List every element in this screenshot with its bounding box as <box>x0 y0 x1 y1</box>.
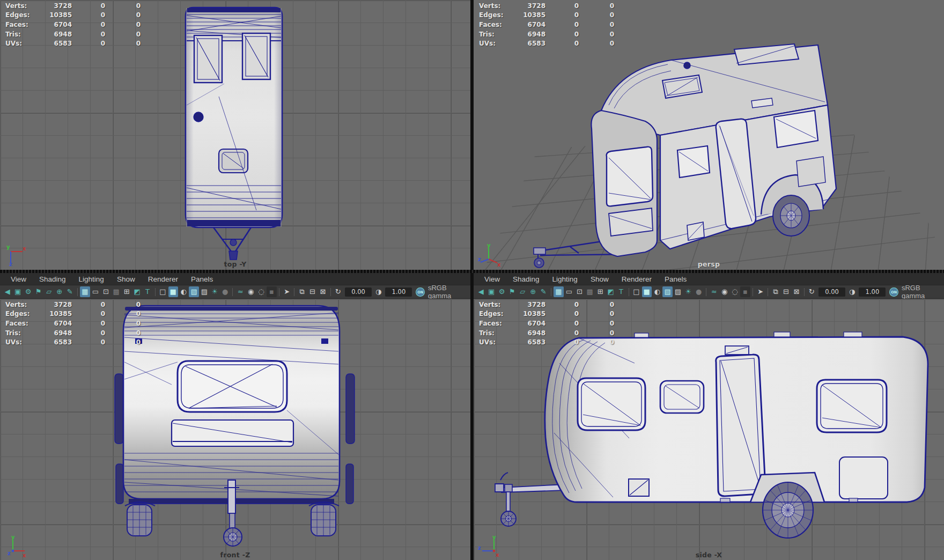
viewport-top[interactable]: Verts:372800 Edges:1038500 Faces:670400 … <box>0 0 470 270</box>
gamma-field[interactable]: 1.00 <box>385 288 412 297</box>
bookmark-icon[interactable]: ⚑ <box>34 286 43 297</box>
menu-view[interactable]: View <box>4 275 33 283</box>
exposure-cycle-icon[interactable]: ↻ <box>807 286 816 297</box>
camera-icon[interactable]: ◀ <box>476 286 486 297</box>
menu-lighting[interactable]: Lighting <box>546 275 584 283</box>
hud-value: 0 <box>72 11 105 19</box>
snapshot-icon[interactable]: ⊠ <box>318 286 328 297</box>
menu-panels[interactable]: Panels <box>658 275 693 283</box>
contrast-icon[interactable]: ◑ <box>374 286 384 297</box>
snapshot-icon[interactable]: ⊠ <box>792 286 801 297</box>
shadow-sphere-icon[interactable]: ● <box>694 286 704 297</box>
viewport-side-canvas[interactable]: Verts:372800 Edges:1038500 Faces:670400 … <box>474 299 944 560</box>
grid-icon[interactable]: ▦ <box>80 286 90 297</box>
light-icon[interactable]: ☀ <box>210 286 219 297</box>
shaded-cube-icon[interactable]: ■ <box>642 286 652 297</box>
resolution-gate-icon[interactable]: ⊡ <box>101 286 110 297</box>
occlusion-ring-icon[interactable]: ◌ <box>256 286 266 297</box>
exposure-cycle-icon[interactable]: ↻ <box>333 286 343 297</box>
viewport-persp[interactable]: Verts:372800 Edges:1038500 Faces:670400 … <box>474 0 944 270</box>
film-gate-icon[interactable]: ▭ <box>564 286 574 297</box>
colorspace-label[interactable]: sRGB gamma <box>428 284 470 300</box>
lock-icon[interactable]: ▣ <box>486 286 496 297</box>
isolate-select-cursor-icon[interactable]: ➤ <box>282 286 292 297</box>
textured-sphere-icon[interactable]: ◐ <box>179 286 188 297</box>
wireframe-on-shaded-icon[interactable]: ▧ <box>662 286 672 297</box>
colorspace-label[interactable]: sRGB gamma <box>902 284 944 300</box>
xray-spheres-icon[interactable]: ◉ <box>246 286 255 297</box>
copy-layer-icon[interactable]: ⧉ <box>771 286 780 297</box>
copy-layer-icon[interactable]: ⧉ <box>297 286 307 297</box>
viewport-divider-vertical[interactable] <box>470 0 474 560</box>
checker-sphere-icon[interactable]: ▨ <box>200 286 209 297</box>
menu-shading[interactable]: Shading <box>506 275 546 283</box>
wireframe-cube-icon[interactable]: □ <box>158 286 167 297</box>
menu-lighting[interactable]: Lighting <box>72 275 110 283</box>
hud-value: 0 <box>72 301 105 308</box>
bookmark-icon[interactable]: ⚑ <box>507 286 517 297</box>
menu-view[interactable]: View <box>478 275 506 283</box>
colorspace-on-badge[interactable]: ON <box>889 288 898 297</box>
maya-quad-viewport: Verts:372800 Edges:1038500 Faces:670400 … <box>0 0 944 560</box>
motion-blur-icon[interactable]: ▪ <box>267 286 276 297</box>
motion-blur-icon[interactable]: ▪ <box>740 286 750 297</box>
safe-action-icon[interactable]: ◩ <box>606 286 615 297</box>
safe-title-icon[interactable]: T <box>616 286 626 297</box>
menu-shading[interactable]: Shading <box>33 275 72 283</box>
menu-renderer[interactable]: Renderer <box>615 275 658 283</box>
viewport-persp-canvas[interactable]: Verts:372800 Edges:1038500 Faces:670400 … <box>474 0 944 270</box>
viewport-side[interactable]: View Shading Lighting Show Renderer Pane… <box>474 273 944 560</box>
hud-value: 6704 <box>514 320 545 327</box>
texture-view-icon[interactable]: ≈ <box>235 286 245 297</box>
menu-renderer[interactable]: Renderer <box>142 275 185 283</box>
texture-view-icon[interactable]: ≈ <box>709 286 719 297</box>
pencil-icon[interactable]: ✎ <box>539 286 548 297</box>
pan-zoom-icon[interactable]: ⊕ <box>55 286 64 297</box>
camera-icon[interactable]: ◀ <box>3 286 12 297</box>
hud-value: 10385 <box>41 310 72 318</box>
viewport-front-canvas[interactable]: Verts:372800 Edges:1038500 Faces:670400 … <box>0 299 470 560</box>
field-chart-icon[interactable]: ⊞ <box>122 286 131 297</box>
gamma-field[interactable]: 1.00 <box>859 288 886 297</box>
viewport-divider-horizontal[interactable] <box>0 270 944 273</box>
menu-show[interactable]: Show <box>110 275 142 283</box>
image-plane-icon[interactable]: ▱ <box>518 286 527 297</box>
gate-mask-icon[interactable]: ▩ <box>585 286 595 297</box>
field-chart-icon[interactable]: ⊞ <box>595 286 605 297</box>
safe-title-icon[interactable]: T <box>143 286 152 297</box>
exposure-field[interactable]: 0.00 <box>345 288 372 297</box>
wireframe-cube-icon[interactable]: □ <box>631 286 641 297</box>
exposure-field[interactable]: 0.00 <box>818 288 845 297</box>
image-plane-icon[interactable]: ▱ <box>44 286 54 297</box>
resolution-gate-icon[interactable]: ⊡ <box>574 286 584 297</box>
paste-layer-icon[interactable]: ⊟ <box>781 286 791 297</box>
viewport-front[interactable]: View Shading Lighting Show Renderer Pane… <box>0 273 470 560</box>
textured-sphere-icon[interactable]: ◐ <box>652 286 662 297</box>
menu-panels[interactable]: Panels <box>185 275 219 283</box>
gear-icon[interactable]: ⚙ <box>497 286 506 297</box>
lock-icon[interactable]: ▣ <box>13 286 23 297</box>
shadow-sphere-icon[interactable]: ● <box>220 286 230 297</box>
gear-icon[interactable]: ⚙ <box>23 286 33 297</box>
wireframe-on-shaded-icon[interactable]: ▧ <box>189 286 198 297</box>
contrast-icon[interactable]: ◑ <box>847 286 857 297</box>
toolbar-separator <box>706 288 706 296</box>
paste-layer-icon[interactable]: ⊟ <box>307 286 317 297</box>
pencil-icon[interactable]: ✎ <box>65 286 75 297</box>
shaded-cube-icon[interactable]: ■ <box>168 286 178 297</box>
hud-label: UVs: <box>479 338 514 346</box>
grid-icon[interactable]: ▦ <box>554 286 563 297</box>
checker-sphere-icon[interactable]: ▨ <box>673 286 683 297</box>
isolate-select-cursor-icon[interactable]: ➤ <box>756 286 765 297</box>
viewport-label: top -Y <box>0 260 470 268</box>
colorspace-on-badge[interactable]: ON <box>416 288 425 297</box>
film-gate-icon[interactable]: ▭ <box>91 286 100 297</box>
light-icon[interactable]: ☀ <box>683 286 693 297</box>
xray-spheres-icon[interactable]: ◉ <box>719 286 729 297</box>
safe-action-icon[interactable]: ◩ <box>132 286 142 297</box>
pan-zoom-icon[interactable]: ⊕ <box>528 286 538 297</box>
gate-mask-icon[interactable]: ▩ <box>112 286 121 297</box>
occlusion-ring-icon[interactable]: ◌ <box>730 286 740 297</box>
menu-show[interactable]: Show <box>584 275 615 283</box>
viewport-top-canvas[interactable]: Verts:372800 Edges:1038500 Faces:670400 … <box>0 0 470 270</box>
